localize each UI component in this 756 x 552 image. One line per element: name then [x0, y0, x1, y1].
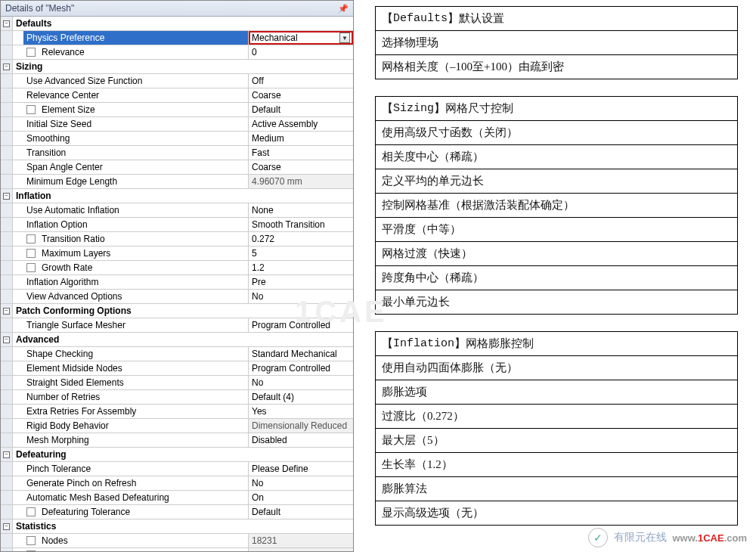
- property-row[interactable]: Use Automatic InflationNone: [1, 203, 353, 218]
- property-value[interactable]: Program Controlled: [249, 361, 353, 375]
- property-value[interactable]: Standard Mechanical: [249, 347, 353, 361]
- property-row[interactable]: Rigid Body BehaviorDimensionally Reduced: [1, 419, 353, 433]
- property-row[interactable]: Growth Rate1.2: [1, 261, 353, 275]
- checkbox-icon[interactable]: [26, 105, 36, 114]
- property-value: 4.96070 mm: [249, 175, 353, 188]
- property-row[interactable]: Use Advanced Size FunctionOff: [1, 74, 353, 88]
- property-value[interactable]: Please Define: [249, 462, 353, 476]
- property-row[interactable]: Number of RetriesDefault (4): [1, 390, 353, 405]
- property-value[interactable]: Active Assembly: [249, 117, 353, 131]
- collapse-icon[interactable]: −: [3, 336, 10, 343]
- property-label: Use Advanced Size Function: [23, 76, 142, 86]
- property-label: Pinch Tolerance: [23, 464, 91, 474]
- property-row[interactable]: Relevance0: [1, 45, 353, 60]
- collapse-icon[interactable]: −: [3, 523, 10, 530]
- property-value: 3598: [249, 548, 353, 551]
- property-value[interactable]: Yes: [249, 405, 353, 418]
- annotation-row: 使用高级尺寸函数（关闭）: [376, 121, 737, 145]
- property-row[interactable]: Transition Ratio0.272: [1, 232, 353, 247]
- section-header[interactable]: −Sizing: [1, 60, 353, 74]
- section-label: Defeaturing: [13, 448, 353, 461]
- section-header[interactable]: −Inflation: [1, 189, 353, 203]
- collapse-icon[interactable]: −: [3, 451, 10, 458]
- wechat-icon: ✓: [588, 528, 608, 547]
- property-row[interactable]: Extra Retries For AssemblyYes: [1, 405, 353, 419]
- property-value[interactable]: On: [249, 491, 353, 504]
- property-row[interactable]: Straight Sided ElementsNo: [1, 376, 353, 390]
- property-row[interactable]: Mesh MorphingDisabled: [1, 433, 353, 448]
- annotation-row: 相关度中心（稀疏）: [376, 145, 737, 169]
- checkbox-icon[interactable]: [26, 263, 36, 272]
- property-value[interactable]: Pre: [249, 275, 353, 289]
- section-header[interactable]: −Advanced: [1, 333, 353, 347]
- property-row[interactable]: Automatic Mesh Based DefeaturingOn: [1, 491, 353, 505]
- property-row[interactable]: Maximum Layers5: [1, 247, 353, 261]
- property-value[interactable]: Default: [249, 103, 353, 116]
- checkbox-icon[interactable]: [26, 48, 36, 57]
- property-value[interactable]: 0.272: [249, 232, 353, 246]
- property-row[interactable]: Element SizeDefault: [1, 103, 353, 117]
- property-value[interactable]: Fast: [249, 146, 353, 160]
- section-header[interactable]: −Defaults: [1, 17, 353, 31]
- checkbox-icon[interactable]: [26, 249, 36, 258]
- annotation-row: 【Defaults】默认设置: [376, 7, 737, 31]
- annotation-row: 跨度角中心（稀疏）: [376, 266, 737, 290]
- checkbox-icon[interactable]: [26, 550, 36, 551]
- checkbox-icon[interactable]: [26, 507, 36, 516]
- property-row[interactable]: Element Midside NodesProgram Controlled: [1, 361, 353, 376]
- dropdown-icon[interactable]: ▼: [339, 33, 350, 43]
- property-value[interactable]: No: [249, 476, 353, 490]
- checkbox-icon[interactable]: [26, 234, 36, 243]
- property-row[interactable]: Inflation AlgorithmPre: [1, 275, 353, 290]
- property-label: Generate Pinch on Refresh: [23, 478, 136, 488]
- property-label: Mesh Morphing: [23, 435, 89, 445]
- property-row[interactable]: Elements3598: [1, 548, 353, 551]
- property-row[interactable]: Span Angle CenterCoarse: [1, 160, 353, 175]
- property-value[interactable]: Default: [249, 505, 353, 519]
- collapse-icon[interactable]: −: [3, 20, 10, 27]
- property-row[interactable]: Inflation OptionSmooth Transition: [1, 218, 353, 232]
- property-label: Maximum Layers: [39, 248, 110, 259]
- annotation-row: 显示高级选项（无）: [376, 501, 737, 526]
- property-value[interactable]: No: [249, 376, 353, 389]
- property-row[interactable]: Generate Pinch on RefreshNo: [1, 476, 353, 491]
- pin-icon[interactable]: 📌: [338, 4, 349, 14]
- property-label: Triangle Surface Mesher: [23, 320, 125, 330]
- property-value[interactable]: 5: [249, 247, 353, 260]
- watermark: ✓ 有限元在线 www.1CAE.com: [588, 528, 748, 547]
- annotation-row: 膨胀算法: [376, 477, 737, 501]
- property-row[interactable]: Relevance CenterCoarse: [1, 88, 353, 103]
- collapse-icon[interactable]: −: [3, 308, 10, 315]
- property-row[interactable]: Physics PreferenceMechanical▼: [1, 31, 353, 45]
- property-value[interactable]: 1.2: [249, 261, 353, 274]
- property-row[interactable]: Minimum Edge Length4.96070 mm: [1, 175, 353, 189]
- property-value[interactable]: Smooth Transition: [249, 218, 353, 231]
- property-value[interactable]: Medium: [249, 132, 353, 145]
- property-label: Number of Retries: [23, 392, 100, 402]
- property-row[interactable]: TransitionFast: [1, 146, 353, 160]
- property-value[interactable]: None: [249, 203, 353, 217]
- property-row[interactable]: Pinch TolerancePlease Define: [1, 462, 353, 476]
- section-header[interactable]: −Statistics: [1, 519, 353, 534]
- property-label: Inflation Option: [23, 219, 88, 230]
- property-value[interactable]: Coarse: [249, 88, 353, 102]
- property-value[interactable]: Disabled: [249, 433, 353, 447]
- property-row[interactable]: Shape CheckingStandard Mechanical: [1, 347, 353, 361]
- property-row[interactable]: Defeaturing ToleranceDefault: [1, 505, 353, 519]
- annotation-row: 平滑度（中等）: [376, 218, 737, 242]
- collapse-icon[interactable]: −: [3, 64, 10, 70]
- checkbox-icon[interactable]: [26, 536, 36, 545]
- property-row[interactable]: SmoothingMedium: [1, 132, 353, 146]
- section-header[interactable]: −Defeaturing: [1, 448, 353, 462]
- annotation-row: 定义平均的单元边长: [376, 169, 737, 194]
- annotation-row: 生长率（1.2）: [376, 453, 737, 477]
- property-value[interactable]: Default (4): [249, 390, 353, 404]
- collapse-icon[interactable]: −: [3, 193, 10, 200]
- property-value[interactable]: Mechanical▼: [249, 31, 353, 45]
- property-value[interactable]: Off: [249, 74, 353, 88]
- property-value[interactable]: Coarse: [249, 160, 353, 174]
- property-row[interactable]: Nodes18231: [1, 534, 353, 548]
- property-row[interactable]: Initial Size SeedActive Assembly: [1, 117, 353, 132]
- watermark-url: www.1CAE.com: [673, 532, 748, 544]
- property-value[interactable]: 0: [249, 45, 353, 59]
